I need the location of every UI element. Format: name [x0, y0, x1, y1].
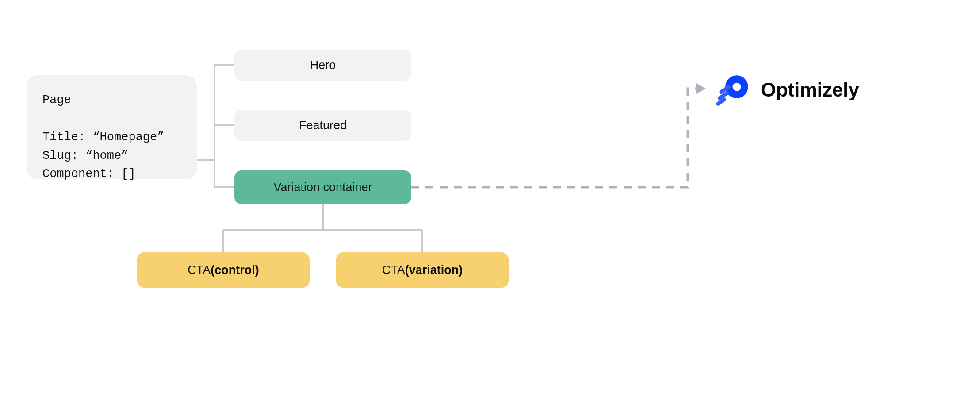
cta-control-bold: (control) [211, 263, 259, 277]
node-variation-container: Variation container [234, 170, 411, 204]
connector-lines [0, 0, 980, 417]
node-hero-label: Hero [310, 58, 336, 72]
node-featured-label: Featured [299, 119, 347, 132]
page-card: Page Title: “Homepage” Slug: “home” Comp… [27, 75, 197, 179]
page-component-line: Component: [] [42, 167, 136, 181]
brand-name: Optimizely [761, 78, 859, 101]
page-title-line: Title: “Homepage” [42, 131, 164, 144]
page-slug-line: Slug: “home” [42, 149, 128, 162]
cta-control-prefix: CTA [188, 263, 211, 277]
brand-optimizely: Optimizely [715, 71, 859, 109]
page-heading: Page [42, 93, 71, 107]
node-variation-container-label: Variation container [273, 181, 372, 194]
node-cta-variation: CTA (variation) [336, 252, 509, 288]
node-hero: Hero [234, 50, 411, 81]
node-featured: Featured [234, 110, 411, 141]
optimizely-logo-icon [715, 71, 753, 109]
svg-point-1 [732, 83, 741, 91]
diagram-canvas: Page Title: “Homepage” Slug: “home” Comp… [0, 0, 980, 417]
cta-variation-bold: (variation) [405, 263, 463, 277]
node-cta-control: CTA (control) [137, 252, 310, 288]
page-card-text: Page Title: “Homepage” Slug: “home” Comp… [42, 91, 183, 184]
cta-variation-prefix: CTA [382, 263, 405, 277]
